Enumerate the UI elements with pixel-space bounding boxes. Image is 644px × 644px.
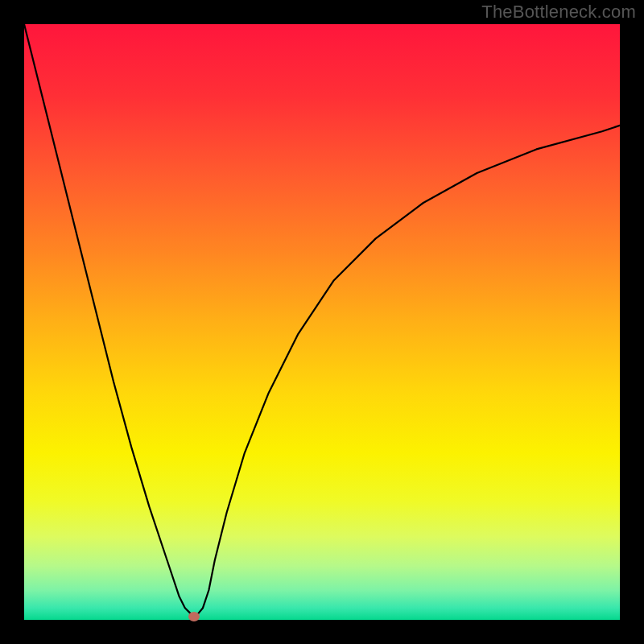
bottleneck-chart [24,24,620,620]
watermark-text: TheBottleneck.com [481,2,636,23]
chart-frame: TheBottleneck.com [0,0,644,644]
chart-background [24,24,620,620]
bottleneck-marker [188,612,200,621]
